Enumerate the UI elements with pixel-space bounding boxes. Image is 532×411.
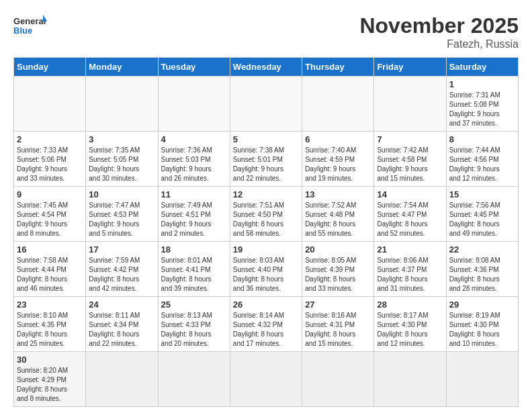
day-number: 13 xyxy=(305,189,371,199)
col-header-friday: Friday xyxy=(374,58,446,77)
week-row-0: 1Sunrise: 7:31 AM Sunset: 5:08 PM Daylig… xyxy=(14,77,519,132)
day-cell: 2Sunrise: 7:33 AM Sunset: 5:06 PM Daylig… xyxy=(14,132,86,187)
day-number: 19 xyxy=(233,244,299,255)
day-cell: 27Sunrise: 8:16 AM Sunset: 4:31 PM Dayli… xyxy=(302,297,374,352)
day-info: Sunrise: 7:47 AM Sunset: 4:53 PM Dayligh… xyxy=(89,201,154,238)
day-number: 25 xyxy=(161,300,227,310)
day-cell xyxy=(446,352,518,407)
svg-text:General: General xyxy=(13,16,46,26)
day-number: 4 xyxy=(161,134,227,144)
day-info: Sunrise: 7:58 AM Sunset: 4:44 PM Dayligh… xyxy=(17,256,83,293)
day-number: 7 xyxy=(377,134,443,144)
header: General Blue November 2025 Fatezh, Russi… xyxy=(13,13,519,50)
day-number: 22 xyxy=(449,244,515,255)
day-number: 30 xyxy=(17,355,83,365)
day-cell: 30Sunrise: 8:20 AM Sunset: 4:29 PM Dayli… xyxy=(14,352,86,407)
day-cell: 24Sunrise: 8:11 AM Sunset: 4:34 PM Dayli… xyxy=(86,297,158,352)
day-info: Sunrise: 8:13 AM Sunset: 4:33 PM Dayligh… xyxy=(161,311,227,349)
col-header-wednesday: Wednesday xyxy=(230,58,302,77)
day-number: 10 xyxy=(89,189,154,199)
logo: General Blue xyxy=(13,13,47,40)
day-number: 5 xyxy=(233,134,299,144)
day-number: 3 xyxy=(89,134,154,144)
day-number: 11 xyxy=(161,189,227,199)
day-info: Sunrise: 8:20 AM Sunset: 4:29 PM Dayligh… xyxy=(17,366,83,404)
day-info: Sunrise: 8:17 AM Sunset: 4:30 PM Dayligh… xyxy=(377,311,443,349)
week-row-1: 2Sunrise: 7:33 AM Sunset: 5:06 PM Daylig… xyxy=(14,132,519,187)
day-number: 9 xyxy=(17,189,83,199)
day-cell xyxy=(374,77,446,132)
day-cell: 17Sunrise: 7:59 AM Sunset: 4:42 PM Dayli… xyxy=(86,242,158,297)
day-cell: 10Sunrise: 7:47 AM Sunset: 4:53 PM Dayli… xyxy=(86,187,158,242)
col-header-saturday: Saturday xyxy=(446,58,518,77)
day-info: Sunrise: 7:54 AM Sunset: 4:47 PM Dayligh… xyxy=(377,201,443,238)
day-cell: 26Sunrise: 8:14 AM Sunset: 4:32 PM Dayli… xyxy=(230,297,302,352)
day-cell: 29Sunrise: 8:19 AM Sunset: 4:30 PM Dayli… xyxy=(446,297,518,352)
day-number: 23 xyxy=(17,300,83,310)
day-cell xyxy=(86,352,158,407)
day-cell: 16Sunrise: 7:58 AM Sunset: 4:44 PM Dayli… xyxy=(14,242,86,297)
day-cell xyxy=(86,77,158,132)
day-info: Sunrise: 7:33 AM Sunset: 5:06 PM Dayligh… xyxy=(17,146,83,183)
title-area: November 2025 Fatezh, Russia xyxy=(359,13,519,50)
day-number: 12 xyxy=(233,189,299,199)
day-number: 20 xyxy=(305,244,371,255)
day-info: Sunrise: 7:38 AM Sunset: 5:01 PM Dayligh… xyxy=(233,146,299,183)
col-header-tuesday: Tuesday xyxy=(158,58,230,77)
day-number: 24 xyxy=(89,300,154,310)
day-info: Sunrise: 8:19 AM Sunset: 4:30 PM Dayligh… xyxy=(449,311,515,349)
day-info: Sunrise: 7:51 AM Sunset: 4:50 PM Dayligh… xyxy=(233,201,299,238)
day-info: Sunrise: 7:56 AM Sunset: 4:45 PM Dayligh… xyxy=(449,201,515,238)
day-cell: 8Sunrise: 7:44 AM Sunset: 4:56 PM Daylig… xyxy=(446,132,518,187)
day-cell xyxy=(230,352,302,407)
day-cell xyxy=(374,352,446,407)
day-info: Sunrise: 8:14 AM Sunset: 4:32 PM Dayligh… xyxy=(233,311,299,349)
day-cell: 4Sunrise: 7:36 AM Sunset: 5:03 PM Daylig… xyxy=(158,132,230,187)
day-cell: 11Sunrise: 7:49 AM Sunset: 4:51 PM Dayli… xyxy=(158,187,230,242)
day-cell xyxy=(158,77,230,132)
day-info: Sunrise: 7:35 AM Sunset: 5:05 PM Dayligh… xyxy=(89,146,154,183)
day-info: Sunrise: 7:31 AM Sunset: 5:08 PM Dayligh… xyxy=(449,91,515,128)
logo-svg: General Blue xyxy=(13,13,47,40)
day-cell: 14Sunrise: 7:54 AM Sunset: 4:47 PM Dayli… xyxy=(374,187,446,242)
day-info: Sunrise: 7:42 AM Sunset: 4:58 PM Dayligh… xyxy=(377,146,443,183)
day-number: 27 xyxy=(305,300,371,310)
day-info: Sunrise: 8:08 AM Sunset: 4:36 PM Dayligh… xyxy=(449,256,515,293)
day-number: 16 xyxy=(17,244,83,255)
week-row-4: 23Sunrise: 8:10 AM Sunset: 4:35 PM Dayli… xyxy=(14,297,519,352)
day-cell xyxy=(302,77,374,132)
week-row-2: 9Sunrise: 7:45 AM Sunset: 4:54 PM Daylig… xyxy=(14,187,519,242)
day-info: Sunrise: 8:16 AM Sunset: 4:31 PM Dayligh… xyxy=(305,311,371,349)
day-info: Sunrise: 7:40 AM Sunset: 4:59 PM Dayligh… xyxy=(305,146,371,183)
day-number: 18 xyxy=(161,244,227,255)
day-number: 2 xyxy=(17,134,83,144)
day-info: Sunrise: 8:01 AM Sunset: 4:41 PM Dayligh… xyxy=(161,256,227,293)
day-info: Sunrise: 7:45 AM Sunset: 4:54 PM Dayligh… xyxy=(17,201,83,238)
day-info: Sunrise: 8:10 AM Sunset: 4:35 PM Dayligh… xyxy=(17,311,83,349)
day-cell: 6Sunrise: 7:40 AM Sunset: 4:59 PM Daylig… xyxy=(302,132,374,187)
day-info: Sunrise: 8:05 AM Sunset: 4:39 PM Dayligh… xyxy=(305,256,371,293)
week-row-5: 30Sunrise: 8:20 AM Sunset: 4:29 PM Dayli… xyxy=(14,352,519,407)
day-number: 15 xyxy=(449,189,515,199)
day-number: 26 xyxy=(233,300,299,310)
day-cell: 28Sunrise: 8:17 AM Sunset: 4:30 PM Dayli… xyxy=(374,297,446,352)
day-info: Sunrise: 8:11 AM Sunset: 4:34 PM Dayligh… xyxy=(89,311,154,349)
day-number: 14 xyxy=(377,189,443,199)
day-cell: 18Sunrise: 8:01 AM Sunset: 4:41 PM Dayli… xyxy=(158,242,230,297)
day-number: 28 xyxy=(377,300,443,310)
day-number: 21 xyxy=(377,244,443,255)
day-info: Sunrise: 7:36 AM Sunset: 5:03 PM Dayligh… xyxy=(161,146,227,183)
col-header-thursday: Thursday xyxy=(302,58,374,77)
col-header-sunday: Sunday xyxy=(14,58,86,77)
week-row-3: 16Sunrise: 7:58 AM Sunset: 4:44 PM Dayli… xyxy=(14,242,519,297)
day-cell: 22Sunrise: 8:08 AM Sunset: 4:36 PM Dayli… xyxy=(446,242,518,297)
day-cell: 23Sunrise: 8:10 AM Sunset: 4:35 PM Dayli… xyxy=(14,297,86,352)
day-cell: 19Sunrise: 8:03 AM Sunset: 4:40 PM Dayli… xyxy=(230,242,302,297)
header-row: SundayMondayTuesdayWednesdayThursdayFrid… xyxy=(14,58,519,77)
subtitle: Fatezh, Russia xyxy=(359,38,519,50)
day-cell xyxy=(230,77,302,132)
day-cell: 21Sunrise: 8:06 AM Sunset: 4:37 PM Dayli… xyxy=(374,242,446,297)
day-cell xyxy=(158,352,230,407)
day-number: 6 xyxy=(305,134,371,144)
day-cell: 15Sunrise: 7:56 AM Sunset: 4:45 PM Dayli… xyxy=(446,187,518,242)
